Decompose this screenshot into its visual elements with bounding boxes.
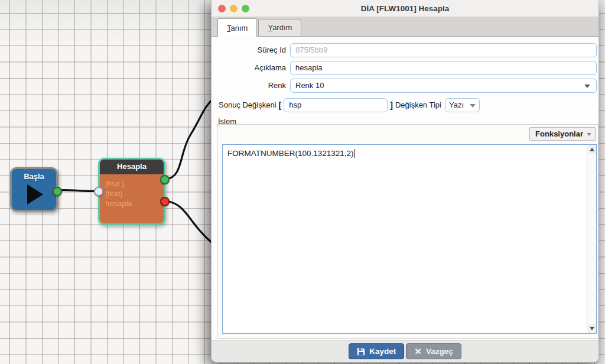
tab-bar: Tanım Yardım: [212, 17, 599, 37]
port-hesapla-output-error[interactable]: [160, 197, 170, 206]
sonuc-row: Sonuç Değişkeni [ ] Değişken Tipi Yazı: [219, 98, 599, 112]
node-hesapla-body: [hsp ] (text) hesapla: [100, 174, 164, 209]
scroll-down-button[interactable]: [588, 324, 596, 333]
node-hesapla[interactable]: Hesapla [hsp ] (text) hesapla: [98, 158, 165, 225]
save-icon: [357, 347, 365, 356]
renk-select[interactable]: Renk 10: [290, 79, 597, 93]
fonksiyonlar-dropdown-button[interactable]: Fonksiyonlar: [529, 127, 596, 141]
chevron-down-icon: [587, 133, 591, 136]
node-hesapla-line-desc: hesapla: [105, 199, 164, 209]
port-basla-output[interactable]: [53, 187, 62, 196]
surec-id-field[interactable]: [290, 43, 597, 57]
port-hesapla-input[interactable]: [94, 187, 103, 196]
node-basla[interactable]: Başla: [10, 167, 58, 212]
dialog-footer: Kaydet ✕ Vazgeç: [212, 340, 599, 362]
tab-yardim[interactable]: Yardım: [258, 19, 301, 36]
wire-basla-to-hesapla: [58, 190, 98, 191]
port-hesapla-output-success[interactable]: [160, 175, 170, 184]
surec-id-label: Süreç Id: [212, 46, 290, 54]
tab-content: Süreç Id Açıklama Renk Renk 10 Sonuç Değ…: [212, 37, 599, 340]
surec-id-row: Süreç Id: [212, 43, 597, 57]
dialog-titlebar[interactable]: DİA [FLW1001] Hesapla: [212, 0, 599, 17]
aciklama-label: Açıklama: [212, 63, 290, 72]
bracket-close: ]: [388, 100, 395, 110]
node-hesapla-title: Hesapla: [100, 160, 164, 174]
arrow-down-icon: [590, 327, 594, 330]
scroll-up-button[interactable]: [588, 145, 596, 154]
degisken-tipi-value: Yazı: [449, 100, 464, 109]
degisken-tipi-label: Değişken Tipi: [395, 100, 441, 109]
node-hesapla-line-var: [hsp ]: [105, 178, 164, 188]
renk-select-value: Renk 10: [295, 81, 324, 90]
aciklama-row: Açıklama: [212, 60, 597, 75]
kaydet-button[interactable]: Kaydet: [349, 343, 404, 359]
play-icon: [27, 184, 43, 204]
vazgec-button[interactable]: ✕ Vazgeç: [406, 343, 461, 359]
hesapla-dialog: DİA [FLW1001] Hesapla Tanım Yardım Süreç…: [211, 0, 599, 363]
tab-tanim[interactable]: Tanım: [217, 18, 257, 37]
editor-scrollbar[interactable]: [587, 145, 596, 333]
node-hesapla-line-type: (text): [105, 188, 164, 199]
wire-hesapla-ok-out: [166, 98, 214, 179]
sonuc-degiskeni-label: Sonuç Değişkeni: [219, 100, 277, 109]
formula-editor[interactable]: FORMATNUMBER(100.1321321,2): [222, 144, 597, 334]
islem-panel: Fonksiyonlar FORMATNUMBER(100.1321321,2): [217, 124, 599, 339]
degisken-tipi-select[interactable]: Yazı: [445, 98, 480, 112]
arrow-up-icon: [590, 148, 594, 151]
node-basla-label: Başla: [12, 172, 56, 181]
chevron-down-icon: [584, 84, 590, 88]
wire-hesapla-err-out: [166, 201, 214, 244]
bracket-open: [: [277, 100, 284, 110]
kaydet-label: Kaydet: [369, 347, 396, 356]
aciklama-field[interactable]: [290, 61, 597, 75]
fonksiyonlar-label: Fonksiyonlar: [535, 129, 583, 138]
renk-label: Renk: [212, 81, 290, 90]
vazgec-label: Vazgeç: [426, 347, 453, 356]
sonuc-degiskeni-field[interactable]: [284, 98, 388, 112]
text-caret: [354, 149, 355, 158]
chevron-down-icon: [470, 104, 476, 108]
cancel-icon: ✕: [414, 347, 422, 356]
formula-text: FORMATNUMBER(100.1321321,2): [227, 148, 583, 158]
renk-row: Renk Renk 10: [212, 78, 597, 93]
window-title: DİA [FLW1001] Hesapla: [212, 4, 599, 13]
